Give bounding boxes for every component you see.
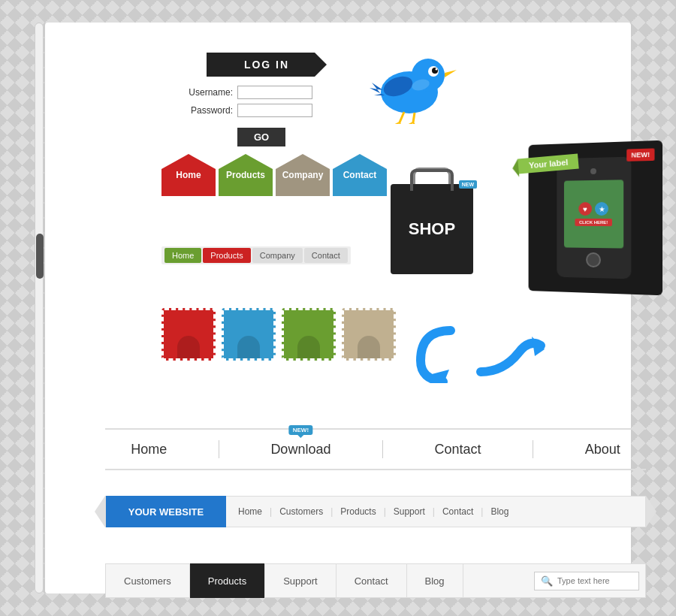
svg-marker-5: [445, 70, 457, 77]
twitter-bird-icon: [361, 41, 458, 124]
bottom-tab-contact[interactable]: Contact: [336, 563, 407, 598]
nav-tab-contact[interactable]: Contact: [333, 154, 387, 196]
twitter-bird-section: [361, 41, 458, 127]
horiz-nav-home[interactable]: Home: [131, 442, 167, 457]
small-nav-products[interactable]: Products: [203, 248, 250, 263]
password-label: Password:: [180, 105, 233, 116]
svg-line-13: [413, 122, 416, 124]
website-nav: Home | Customers | Products | Support | …: [226, 506, 521, 517]
small-nav-bar: Home Products Company Contact: [161, 246, 351, 264]
shop-text: SHOP: [409, 221, 455, 237]
horiz-nav-about[interactable]: About: [585, 442, 620, 457]
phone-screen: ♥ ★ CLICK HERE!: [564, 180, 623, 248]
nav-bookmark-tabs: Home Products Company Contact: [161, 154, 387, 196]
pocket-tabs: [161, 308, 396, 361]
horiz-nav-divider-1: [219, 440, 219, 458]
website-bar-section: YOUR WEBSITE Home | Customers | Products…: [105, 496, 646, 527]
horiz-nav: Home NEW! Download Contact About: [105, 440, 646, 458]
pocket-tabs-section: [161, 308, 396, 361]
svg-line-8: [400, 112, 404, 122]
small-nav-section: Home Products Company Contact: [161, 246, 351, 264]
nav-tab-products[interactable]: Products: [219, 154, 273, 196]
password-row: Password:: [180, 104, 353, 117]
new-badge: NEW!: [626, 148, 654, 161]
icon-1: ♥: [578, 202, 592, 216]
phone-inner: ♥ ★ CLICK HERE!: [557, 157, 631, 279]
horiz-nav-divider-3: [533, 440, 533, 458]
username-row: Username:: [180, 86, 353, 99]
nav-bookmark-section: Home Products Company Contact: [161, 154, 387, 196]
shop-new-badge: NEW: [459, 180, 477, 189]
icon-2: ★: [595, 202, 608, 216]
small-nav-contact[interactable]: Contact: [304, 248, 348, 263]
website-nav-support[interactable]: Support: [394, 506, 425, 517]
new-sticker: NEW!: [289, 425, 312, 435]
horiz-nav-section: Home NEW! Download Contact About: [105, 428, 646, 470]
main-content: LOG IN Username: Password: GO Home Produ…: [45, 23, 631, 593]
click-here-btn[interactable]: CLICK HERE!: [575, 219, 612, 226]
ribbon-right: [646, 496, 656, 527]
bottom-tab-customers[interactable]: Customers: [106, 563, 190, 598]
arrows-section: [413, 323, 548, 386]
pocket-tab-4[interactable]: [342, 308, 396, 361]
shop-section: SHOP NEW: [391, 184, 473, 274]
phone-button: [586, 252, 601, 267]
scrollbar-thumb[interactable]: [36, 234, 44, 279]
bottom-tabs-section: Customers Products Support Contact Blog …: [105, 563, 646, 598]
nav-tab-company[interactable]: Company: [276, 154, 330, 196]
website-nav-customers[interactable]: Customers: [279, 506, 323, 517]
website-nav-home[interactable]: Home: [238, 506, 262, 517]
username-label: Username:: [180, 87, 233, 98]
scrollbar-track[interactable]: [35, 23, 44, 593]
login-section: LOG IN Username: Password: GO: [180, 53, 353, 146]
phone-box-section: Your label NEW! ♥ ★ CLICK HERE!: [526, 143, 676, 308]
password-input[interactable]: [237, 104, 312, 117]
phone-camera: [590, 168, 596, 174]
website-nav-products[interactable]: Products: [340, 506, 376, 517]
small-nav-home[interactable]: Home: [164, 248, 201, 263]
your-website-button[interactable]: YOUR WEBSITE: [106, 496, 226, 527]
bottom-tabs: Customers Products Support Contact Blog …: [105, 563, 646, 598]
search-icon: 🔍: [541, 575, 553, 587]
horiz-nav-contact[interactable]: Contact: [435, 442, 481, 457]
website-nav-contact[interactable]: Contact: [442, 506, 473, 517]
shop-bag[interactable]: SHOP NEW: [391, 184, 473, 274]
username-input[interactable]: [237, 86, 312, 99]
website-nav-blog[interactable]: Blog: [490, 506, 509, 517]
nav-tab-home[interactable]: Home: [161, 154, 216, 196]
search-box: 🔍: [534, 572, 639, 590]
pocket-tab-1[interactable]: [161, 308, 216, 361]
search-input[interactable]: [557, 576, 632, 585]
horiz-nav-divider-2: [382, 440, 383, 458]
go-button[interactable]: GO: [237, 128, 285, 146]
svg-line-10: [400, 122, 401, 124]
horiz-nav-download[interactable]: NEW! Download: [270, 442, 330, 457]
small-nav-company[interactable]: Company: [252, 248, 303, 263]
bottom-tab-products[interactable]: Products: [190, 563, 265, 598]
bottom-tab-blog[interactable]: Blog: [407, 563, 463, 598]
ribbon-left: [95, 496, 105, 527]
circular-arrows-icon: [413, 323, 548, 383]
svg-line-11: [413, 113, 415, 122]
login-button[interactable]: LOG IN: [207, 53, 327, 77]
svg-line-9: [394, 122, 400, 124]
svg-line-12: [407, 122, 413, 124]
bottom-tab-support[interactable]: Support: [265, 563, 336, 598]
pocket-tab-3[interactable]: [282, 308, 336, 361]
svg-point-4: [436, 68, 438, 71]
website-bar: YOUR WEBSITE Home | Customers | Products…: [105, 496, 646, 527]
pocket-tab-2[interactable]: [222, 308, 276, 361]
